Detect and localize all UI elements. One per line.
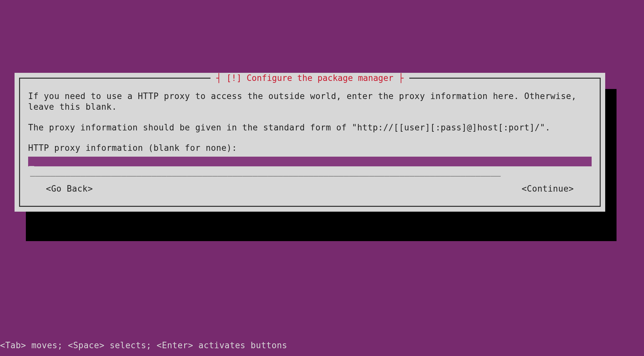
- input-underline: ________________________________________…: [28, 166, 592, 177]
- continue-button[interactable]: <Continue>: [521, 184, 574, 194]
- go-back-button[interactable]: <Go Back>: [46, 184, 93, 194]
- dialog-paragraph-1: If you need to use a HTTP proxy to acces…: [28, 91, 592, 113]
- proxy-input-container: _: [28, 157, 592, 166]
- proxy-prompt-label: HTTP proxy information (blank for none):: [28, 143, 592, 153]
- dialog-paragraph-2: The proxy information should be given in…: [28, 122, 592, 133]
- spacer: [28, 136, 592, 140]
- dialog-frame: ┤ [!] Configure the package manager ├ If…: [19, 78, 601, 207]
- dialog-title: ┤ [!] Configure the package manager ├: [210, 73, 409, 83]
- http-proxy-input[interactable]: [28, 157, 592, 166]
- dialog-button-row: <Go Back> <Continue>: [28, 177, 592, 196]
- footer-hint: <Tab> moves; <Space> selects; <Enter> ac…: [0, 340, 287, 351]
- dialog-title-text: [!] Configure the package manager: [226, 73, 393, 83]
- spacer: [28, 115, 592, 120]
- installer-screen: ┤ [!] Configure the package manager ├ If…: [0, 0, 644, 356]
- configure-package-manager-dialog: ┤ [!] Configure the package manager ├ If…: [15, 73, 605, 212]
